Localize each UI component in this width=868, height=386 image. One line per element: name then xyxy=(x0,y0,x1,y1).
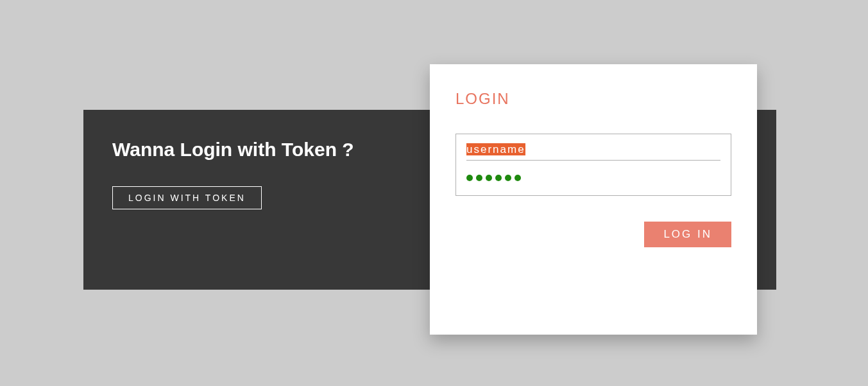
login-title: LOGIN xyxy=(455,90,731,108)
login-card: LOGIN username LOG IN xyxy=(430,64,757,335)
login-with-token-button[interactable]: LOGIN WITH TOKEN xyxy=(112,186,262,209)
password-dot-icon xyxy=(515,175,521,181)
password-dot-icon xyxy=(495,175,502,181)
username-field-wrapper[interactable]: username xyxy=(466,139,720,161)
password-field-wrapper[interactable] xyxy=(466,168,720,188)
password-dot-icon xyxy=(466,175,473,181)
password-dot-icon xyxy=(486,175,492,181)
password-dot-icon xyxy=(476,175,482,181)
login-button-row: LOG IN xyxy=(455,222,731,247)
password-input[interactable] xyxy=(466,172,720,184)
login-submit-button[interactable]: LOG IN xyxy=(644,222,731,247)
login-fieldset: username xyxy=(455,134,731,196)
password-dot-icon xyxy=(505,175,511,181)
username-input[interactable]: username xyxy=(466,143,525,155)
